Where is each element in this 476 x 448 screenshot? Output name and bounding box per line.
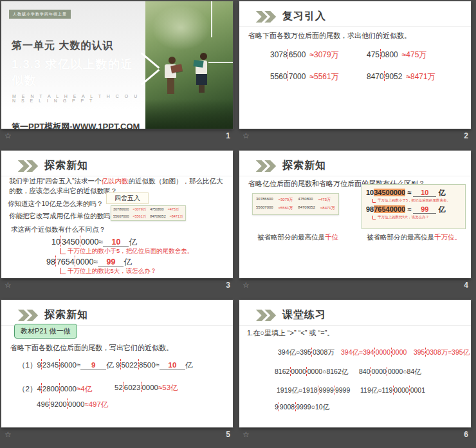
slide-title: 探索新知 — [282, 159, 326, 173]
approx-item: 30786500≈3079万 — [270, 49, 367, 61]
unit-title: 第一单元 大数的认识 — [12, 39, 145, 53]
page-number-2: 2 — [453, 131, 468, 140]
compare-item-1-answer: 394亿=39400000000 3950308万≈395亿 — [341, 348, 470, 357]
slide-header: 探索新知 — [17, 159, 88, 173]
english-subtitle: M E N T A L H E A L T H C O U N S E L I … — [12, 94, 145, 103]
lesson-title: 1.3.3 求亿以上数的近似数 — [12, 56, 145, 88]
question-2: 你能把它改写成用亿作单位的数吗？ — [9, 212, 117, 221]
caption-right: 被省略部分的最高位是千万位。 — [367, 233, 461, 242]
slide-thumbnail-5[interactable]: 探索新知 教材P21 做一做 省略下面各数亿位后面的尾数，写出它们的近似数。 （… — [1, 300, 233, 427]
question-1: 你知道这个10亿是怎么来的吗？ — [8, 200, 103, 209]
exercise-item-1b: 950228500≈10亿 — [116, 359, 192, 370]
boxed-equation-1: 1034500000 ≈ 10 亿 — [366, 188, 461, 198]
compare-item-3b: 119亿○11900000001 — [360, 386, 425, 395]
question-3: 求这两个近似数有什么不同点？ — [11, 225, 105, 234]
star-icon[interactable]: ☆ — [243, 132, 250, 140]
cover-photo — [145, 1, 233, 129]
reference-mini-table: 30786600≈3079万 4750800≈475万 55607000≈556… — [111, 205, 186, 221]
rounding-label: 四舍五入 — [106, 192, 149, 204]
page-number-5: 5 — [215, 430, 230, 439]
photo-frame-line — [208, 62, 233, 63]
slide-header: 探索新知 — [17, 308, 88, 322]
caption-left: 被省略部分的最高位是千位 — [257, 233, 338, 242]
compare-item-2a: 816200000000○8162亿 — [275, 367, 348, 377]
equation-2: 9876540000≈99亿 — [46, 256, 132, 268]
chevrons-icon — [17, 160, 39, 172]
compare-item-4: 990089999○10亿 — [275, 402, 329, 412]
slide-header: 课堂练习 — [255, 308, 326, 322]
slide-thumbnail-1[interactable]: 人教版小学数学四年级上册 第一单元 大数的认识 1.3.3 求亿以上数的近似数 … — [1, 1, 233, 129]
slide-header: 探索新知 — [255, 159, 326, 173]
exercise-item-2a: （2）428000000≈4亿 — [18, 383, 92, 394]
elbow-arrow-icon — [60, 268, 66, 274]
page-number-1: 1 — [215, 131, 230, 140]
highlight-text: 亿以内数 — [102, 177, 129, 185]
compare-item-2b: 84000000000○84亿 — [359, 367, 421, 377]
approx-item: 84709052≈8471万 — [367, 71, 463, 82]
slide-title: 复习引入 — [282, 10, 326, 23]
exercise-item-1a: （1）923456000≈9亿 — [18, 359, 114, 370]
approx-item: 4750800≈475万 — [367, 49, 463, 61]
chevrons-icon — [255, 160, 277, 172]
elbow-arrow-icon — [60, 248, 66, 254]
wan-rounding-box: 30786600≈3079万 4750800≈475万 55607000≈556… — [252, 193, 339, 215]
slide-title: 课堂练习 — [282, 308, 326, 322]
chevrons-icon — [255, 11, 277, 23]
slide-title: 探索新知 — [44, 308, 88, 322]
compare-item-3a: 1919亿○191899999999 — [277, 386, 350, 395]
slide-thumbnail-6[interactable]: 课堂练习 1.在○里填上 “>” “<” 或 “=”。 394亿○3950308… — [239, 300, 471, 427]
edition-badge: 人教版小学数学四年级上册 — [9, 10, 71, 19]
equation-1: 1034500000≈10亿 — [51, 236, 137, 248]
light-haze — [152, 5, 210, 50]
equation-2-note: 千万位上的数比5大，该怎么办？ — [60, 267, 156, 275]
omitted-digits-highlight: 34500000 — [374, 189, 405, 196]
exercise-item-2c: 49692000000≈497亿 — [37, 398, 108, 409]
slide-preview-grid: 人教版小学数学四年级上册 第一单元 大数的认识 1.3.3 求亿以上数的近似数 … — [0, 0, 476, 448]
page-number-6: 6 — [453, 430, 468, 439]
star-icon[interactable]: ☆ — [5, 281, 12, 289]
page-number-4: 4 — [453, 281, 468, 290]
page-number-3: 3 — [215, 281, 230, 290]
elbow-arrow-icon — [372, 199, 376, 203]
approx-item: 55607000≈5561万 — [270, 71, 367, 82]
star-icon[interactable]: ☆ — [5, 132, 12, 140]
boxed-note-2: 千万位上的数比5大，该怎么办？ — [372, 215, 461, 219]
star-icon[interactable]: ☆ — [243, 431, 250, 438]
boxed-note-1: 千万位上的数小于5，把亿位后面的尾数舍去。 — [372, 198, 461, 203]
yi-rounding-box: 1034500000 ≈ 10 亿 千万位上的数小于5，把亿位后面的尾数舍去。 … — [362, 184, 466, 229]
star-icon[interactable]: ☆ — [5, 431, 12, 438]
compare-item-1: 394亿○3950308万 — [278, 348, 334, 357]
slide-title: 探索新知 — [44, 159, 88, 173]
exercise-prompt: 省略下面各数亿位后面的尾数，写出它们的近似数。 — [10, 343, 173, 353]
chevrons-icon — [17, 310, 39, 321]
header-rule — [239, 26, 471, 27]
chevrons-icon — [255, 310, 277, 321]
elbow-arrow-icon — [372, 216, 376, 219]
header-rule — [239, 176, 471, 176]
slide-thumbnail-4[interactable]: 探索新知 省略亿位后面的尾数和省略万位后面的尾数有什么区别？ 30786600≈… — [239, 151, 471, 278]
equation-1-note: 千万位上的数小于5，把亿位后面的尾数舍去。 — [60, 247, 193, 256]
exercise-prompt: 1.在○里填上 “>” “<” 或 “=”。 — [247, 328, 334, 338]
star-icon[interactable]: ☆ — [243, 281, 250, 289]
title-panel: 人教版小学数学四年级上册 第一单元 大数的认识 1.3.3 求亿以上数的近似数 … — [1, 1, 145, 129]
header-rule — [239, 325, 471, 326]
omitted-digits-highlight: 76540000 — [374, 205, 405, 213]
girl-reading-figure — [196, 53, 207, 93]
textbook-reference-pill: 教材P21 做一做 — [14, 324, 77, 339]
slide-thumbnail-2[interactable]: 复习引入 省略下面各数万位后面的尾数，求出他们的近似数。 30786500≈30… — [239, 1, 471, 129]
slide-header: 复习引入 — [255, 10, 326, 23]
site-credit: 第一PPT模板网-WWW.1PPT.COM — [12, 121, 145, 129]
boy-reading-figure — [165, 57, 176, 94]
slide-thumbnail-3[interactable]: 探索新知 我们学过用“四舍五入”法求一个亿以内数的近似数（如图），那么比亿大的数… — [1, 151, 233, 278]
boxed-equation-2: 9876540000 ≈ 99 亿 — [366, 205, 461, 214]
approximation-grid: 30786500≈3079万 4750800≈475万 55607000≈556… — [270, 39, 463, 82]
exercise-item-2b: 5260230000≈53亿 — [114, 382, 178, 393]
photo-frame-line — [211, 1, 212, 37]
